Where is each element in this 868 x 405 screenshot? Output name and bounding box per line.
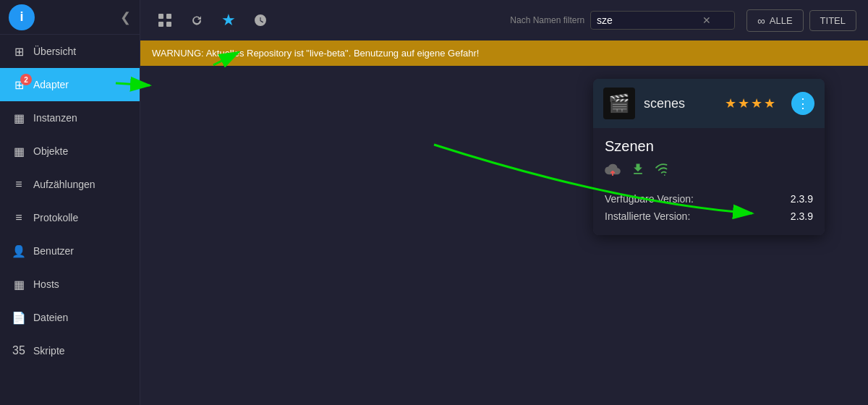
sidebar-label-aufzaehlungen: Aufzählungen [33, 179, 95, 190]
card-menu-button[interactable]: ⋮ [791, 92, 814, 115]
card-adapter-name: Szenen [605, 138, 813, 155]
installed-version-value: 2.3.9 [791, 210, 813, 222]
sidebar-logo: i ❮ [0, 0, 140, 35]
content-area: 🎬 scenes ★★★★ ⋮ Szenen [140, 66, 868, 405]
card-header: 🎬 scenes ★★★★ ⋮ [593, 79, 825, 128]
available-version-row: Verfügbare Version: 2.3.9 [605, 190, 813, 208]
instanzen-icon: ▦ [12, 111, 26, 125]
sidebar-label-adapter: Adapter [33, 79, 69, 90]
sidebar-label-uebersicht: Übersicht [33, 46, 76, 57]
sidebar-item-uebersicht[interactable]: ⊞Übersicht [0, 35, 140, 68]
aufzaehlungen-icon: ≡ [12, 178, 26, 191]
sidebar-label-protokolle: Protokolle [33, 212, 78, 223]
adapter-card: 🎬 scenes ★★★★ ⋮ Szenen [593, 79, 825, 235]
cloud-icon [605, 163, 621, 179]
card-stars: ★★★★ [725, 95, 777, 111]
title-button[interactable]: TITEL [809, 10, 856, 31]
svg-rect-2 [158, 22, 163, 27]
sidebar-item-adapter[interactable]: 2⊞Adapter [0, 68, 140, 101]
installed-version-row: Installierte Version: 2.3.9 [605, 208, 813, 225]
toolbar: ★ Nach Namen filtern ✕ ∞ ALLE TITEL [140, 0, 868, 40]
card-icon: 🎬 [603, 88, 635, 119]
filter-label: Nach Namen filtern [510, 15, 584, 25]
sidebar-label-objekte: Objekte [33, 145, 68, 157]
refresh-button[interactable] [184, 7, 210, 33]
main-content: ★ Nach Namen filtern ✕ ∞ ALLE TITEL WARN… [140, 0, 868, 405]
sidebar-item-objekte[interactable]: ▦Objekte [0, 135, 140, 168]
search-input[interactable] [597, 14, 698, 26]
sidebar-label-benutzer: Benutzer [33, 245, 74, 257]
skripte-icon: 35 [12, 344, 26, 357]
benutzer-icon: 👤 [12, 244, 26, 258]
sidebar-item-instanzen[interactable]: ▦Instanzen [0, 101, 140, 135]
card-title: scenes [644, 96, 685, 111]
search-clear-icon[interactable]: ✕ [702, 14, 711, 26]
sidebar-item-hosts[interactable]: ▦Hosts [0, 268, 140, 301]
download-icon[interactable] [631, 162, 645, 180]
svg-rect-0 [158, 14, 163, 19]
logo-icon: i [9, 4, 35, 30]
history-button[interactable] [247, 7, 273, 33]
adapter-badge: 2 [20, 74, 32, 85]
svg-rect-3 [166, 22, 171, 27]
sidebar-item-aufzaehlungen[interactable]: ≡Aufzählungen [0, 168, 140, 201]
sidebar-item-protokolle[interactable]: ≡Protokolle [0, 201, 140, 234]
favorites-button[interactable]: ★ [216, 7, 242, 33]
infinity-icon: ∞ [757, 14, 765, 27]
warning-banner: WARNUNG: Aktuelles Repository ist "live-… [140, 40, 868, 66]
dateien-icon: 📄 [12, 311, 26, 325]
available-version-value: 2.3.9 [791, 193, 813, 205]
objekte-icon: ▦ [12, 145, 26, 158]
alle-button[interactable]: ∞ ALLE [746, 9, 804, 32]
card-body: Szenen [593, 128, 825, 235]
sidebar-label-dateien: Dateien [33, 312, 68, 323]
sidebar-label-skripte: Skripte [33, 345, 65, 357]
sidebar-label-hosts: Hosts [33, 278, 59, 290]
installed-version-label: Installierte Version: [605, 210, 690, 222]
hosts-icon: ▦ [12, 278, 26, 291]
protokolle-icon: ≡ [12, 211, 26, 224]
collapse-icon[interactable]: ❮ [120, 9, 131, 25]
sidebar-label-instanzen: Instanzen [33, 112, 77, 124]
view-grid-button[interactable] [152, 7, 178, 33]
available-version-label: Verfügbare Version: [605, 193, 694, 205]
uebersicht-icon: ⊞ [12, 45, 26, 59]
card-icons-row [605, 162, 813, 180]
sidebar: i ❮ ⊞Übersicht2⊞Adapter▦Instanzen▦Objekt… [0, 0, 140, 405]
sidebar-item-dateien[interactable]: 📄Dateien [0, 301, 140, 334]
sidebar-item-benutzer[interactable]: 👤Benutzer [0, 234, 140, 268]
wifi-icon [655, 163, 671, 179]
search-container: ✕ [590, 11, 735, 30]
sidebar-item-skripte[interactable]: 35Skripte [0, 334, 140, 367]
svg-rect-1 [166, 14, 171, 19]
